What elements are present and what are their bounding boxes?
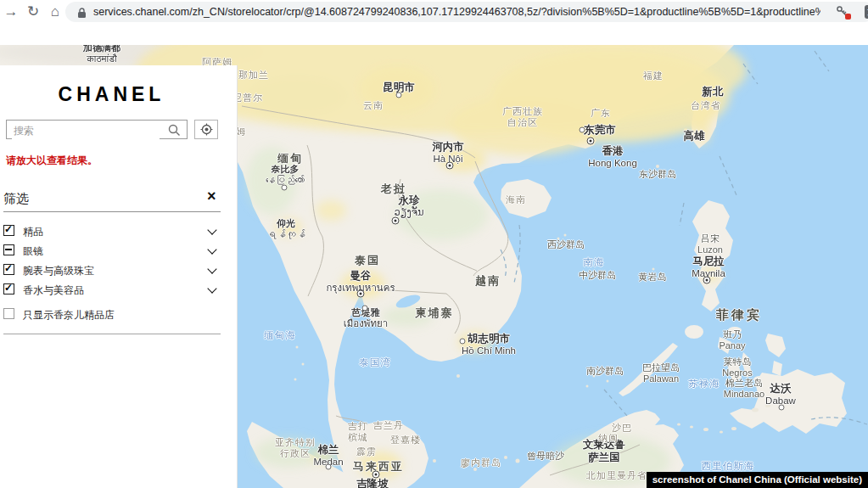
checkbox-watches-jewelry[interactable] [3,264,14,275]
filter-row-fragrance-beauty: 香水与美容品 [0,283,223,298]
reload-button[interactable]: ↻ [24,2,42,22]
zoom-message: 请放大以查看结果。 [6,154,98,168]
geolocate-button[interactable] [194,120,218,139]
chevron-down-icon[interactable] [209,285,216,292]
filter-label: 只显示香奈儿精品店 [23,308,115,323]
geolocate-icon [200,123,213,136]
forward-button[interactable]: → [2,2,20,22]
store-locator-sidebar: CHANEL 请放大以查看结果。 筛选 × 精品 眼镜 [0,65,238,488]
filter-label: 香水与美容品 [23,283,84,298]
chanel-logo: CHANEL [0,83,223,106]
checkbox-boutique-only[interactable] [3,308,14,319]
filter-title: 筛选 [3,191,29,207]
filter-label: 眼镜 [23,244,43,259]
checkbox-boutiques[interactable] [3,225,14,236]
filter-row-boutique-only: 只显示香奈儿精品店 [0,307,223,323]
filter-label: 腕表与高级珠宝 [23,264,94,278]
chevron-down-icon[interactable] [209,266,216,272]
browser-window: → ↻ ⌂ services.chanel.com/zh_CN/storeloc… [0,0,868,488]
chevron-down-icon[interactable] [209,246,216,253]
browser-toolbar: → ↻ ⌂ services.chanel.com/zh_CN/storeloc… [0,0,868,45]
filter-row-eyewear: 眼镜 [0,244,223,259]
filter-row-watches-jewelry: 腕表与高级珠宝 [0,263,223,278]
home-button[interactable]: ⌂ [46,2,64,22]
lock-icon [77,7,87,22]
divider [3,334,221,334]
password-key-icon[interactable] [836,5,849,19]
address-bar[interactable]: services.chanel.com/zh_CN/storelocator/c… [65,2,868,22]
checkbox-eyewear[interactable] [3,244,14,255]
divider [3,211,221,212]
translate-icon[interactable]: 文 [865,5,868,19]
filter-row-boutiques: 精品 [0,224,223,239]
url-text[interactable]: services.chanel.com/zh_CN/storelocator/c… [93,6,820,18]
chevron-down-icon[interactable] [209,227,216,233]
checkbox-fragrance-beauty[interactable] [3,283,14,294]
key-alert-badge [845,14,851,20]
filter-label: 精品 [23,225,43,239]
search-input[interactable] [12,121,160,139]
search-box [6,120,188,139]
watermark: screenshot of Chanel China (Official web… [647,472,868,488]
search-icon[interactable] [168,124,181,140]
close-icon[interactable]: × [207,188,216,205]
